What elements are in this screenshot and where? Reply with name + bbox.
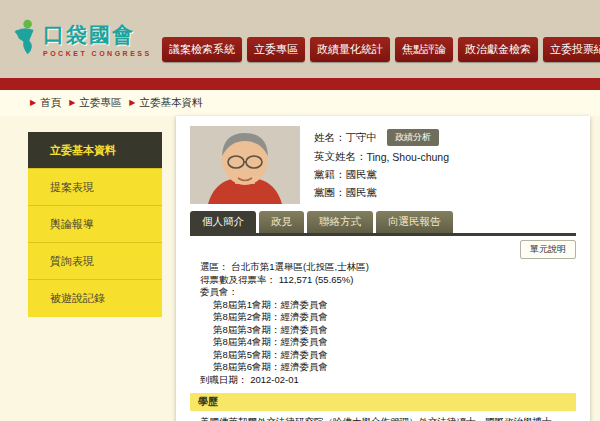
start-date-label: 到職日期：	[200, 374, 248, 385]
legislator-photo	[190, 126, 300, 204]
breadcrumb-legislator-area-label[interactable]: 立委專區	[79, 96, 121, 110]
caucus-label: 黨團：	[314, 186, 346, 200]
logo-subtitle: POCKET CONGRESS	[43, 50, 152, 57]
district-label: 選區：	[200, 261, 229, 272]
help-row: 單元說明	[190, 240, 576, 259]
votes-line: 得票數及得票率： 112,571 (55.65%)	[200, 274, 576, 287]
nav-performance-stats[interactable]: 政績量化統計	[310, 37, 390, 62]
logo-person-icon	[12, 18, 38, 60]
sidebar: 立委基本資料 提案表現 輿論報導 質詢表現 被遊說記錄	[28, 132, 162, 317]
committee-item: 第8屆第6會期：經濟委員會	[213, 361, 576, 374]
sidebar-item-proposals[interactable]: 提案表現	[28, 169, 162, 206]
logo-texts: 口袋國會 POCKET CONGRESS	[43, 21, 152, 57]
logo-title: 口袋國會	[43, 21, 152, 49]
start-date-line: 到職日期： 2012-02-01	[200, 374, 576, 387]
sidebar-item-basic-info[interactable]: 立委基本資料	[28, 132, 162, 169]
tab-contact[interactable]: 聯絡方式	[307, 211, 373, 233]
field-english-name: 英文姓名： Ting, Shou-chung	[314, 150, 449, 164]
english-name-label: 英文姓名：	[314, 150, 367, 164]
committee-item: 第8屆第2會期：經濟委員會	[213, 311, 576, 324]
tab-report-to-voters[interactable]: 向選民報告	[376, 211, 453, 233]
breadcrumb-home-label[interactable]: 首頁	[40, 96, 61, 110]
breadcrumb-arrow-icon: ▶	[30, 99, 36, 107]
nav-voting-records[interactable]: 立委投票紀錄	[543, 37, 600, 62]
committee-item: 第8屆第1會期：經濟委員會	[213, 299, 576, 312]
committee-item: 第8屆第4會期：經濟委員會	[213, 336, 576, 349]
sidebar-item-media-coverage[interactable]: 輿論報導	[28, 206, 162, 243]
breadcrumb-basic-info-label: 立委基本資料	[139, 96, 202, 110]
district-line: 選區： 台北市第1選舉區(北投區,士林區)	[200, 261, 576, 274]
performance-analysis-button[interactable]: 政績分析	[387, 129, 439, 146]
unit-help-button[interactable]: 單元說明	[520, 240, 576, 259]
committee-label-line: 委員會：	[200, 286, 576, 299]
tab-underline	[190, 233, 576, 236]
caucus-value: 國民黨	[346, 186, 378, 200]
breadcrumb-item-basic-info: ▶ 立委基本資料	[129, 96, 202, 110]
breadcrumb-arrow-icon: ▶	[69, 99, 75, 107]
nav-political-donation-search[interactable]: 政治獻金檢索	[458, 37, 538, 62]
profile-fields: 姓名： 丁守中 政績分析 英文姓名： Ting, Shou-chung 黨籍： …	[314, 126, 449, 204]
basic-info-details: 選區： 台北市第1選舉區(北投區,士林區) 得票數及得票率： 112,571 (…	[190, 261, 576, 386]
content-area: 立委基本資料 提案表現 輿論報導 質詢表現 被遊說記錄	[0, 116, 600, 421]
votes-value: 112,571 (55.65%)	[279, 274, 354, 285]
sidebar-item-interpellation[interactable]: 質詢表現	[28, 243, 162, 280]
breadcrumb-arrow-icon: ▶	[129, 99, 135, 107]
header-divider-bar	[0, 78, 600, 90]
section-header-education: 學歷	[190, 393, 576, 411]
committee-item: 第8屆第5會期：經濟委員會	[213, 349, 576, 362]
field-party: 黨籍： 國民黨	[314, 168, 449, 182]
nav-focus-commentary[interactable]: 焦點評論	[395, 37, 453, 62]
education-lines: 美國佛萊契爾外交法律研究院（哈佛大學合作管理）外交法律碩士、國際政治學博士 台大…	[190, 411, 576, 421]
profile-section: 姓名： 丁守中 政績分析 英文姓名： Ting, Shou-chung 黨籍： …	[190, 126, 576, 204]
committee-label: 委員會：	[200, 286, 238, 297]
breadcrumb-item-legislator-area[interactable]: ▶ 立委專區	[69, 96, 121, 110]
party-label: 黨籍：	[314, 168, 346, 182]
votes-label: 得票數及得票率：	[200, 274, 276, 285]
english-name-value: Ting, Shou-chung	[367, 151, 450, 163]
breadcrumb: ▶ 首頁 ▶ 立委專區 ▶ 立委基本資料	[0, 90, 600, 116]
site-logo[interactable]: 口袋國會 POCKET CONGRESS	[12, 18, 162, 60]
name-label: 姓名：	[314, 131, 346, 145]
education-line: 美國佛萊契爾外交法律研究院（哈佛大學合作管理）外交法律碩士、國際政治學博士	[200, 415, 576, 421]
start-date-value: 2012-02-01	[250, 374, 299, 385]
sidebar-item-lobbying-records[interactable]: 被遊說記錄	[28, 280, 162, 317]
party-value: 國民黨	[346, 168, 378, 182]
page: 口袋國會 POCKET CONGRESS 議案檢索系統 立委專區 政績量化統計 …	[0, 0, 600, 421]
main-nav: 議案檢索系統 立委專區 政績量化統計 焦點評論 政治獻金檢索 立委投票紀錄	[162, 37, 600, 62]
nav-legislator-area[interactable]: 立委專區	[247, 37, 305, 62]
field-name: 姓名： 丁守中 政績分析	[314, 129, 449, 146]
nav-bill-search-system[interactable]: 議案檢索系統	[162, 37, 242, 62]
committee-list: 第8屆第1會期：經濟委員會 第8屆第2會期：經濟委員會 第8屆第3會期：經濟委員…	[200, 299, 576, 374]
tab-bar: 個人簡介 政見 聯絡方式 向選民報告	[190, 211, 576, 233]
name-value: 丁守中	[346, 131, 378, 145]
district-value: 台北市第1選舉區(北投區,士林區)	[231, 261, 369, 272]
sidebar-item-label: 提案表現	[50, 180, 94, 195]
sidebar-item-label: 質詢表現	[50, 254, 94, 269]
sidebar-item-label: 輿論報導	[50, 217, 94, 232]
breadcrumb-item-home[interactable]: ▶ 首頁	[30, 96, 61, 110]
main-panel: 姓名： 丁守中 政績分析 英文姓名： Ting, Shou-chung 黨籍： …	[176, 116, 590, 421]
sidebar-item-label: 立委基本資料	[50, 143, 116, 158]
site-header: 口袋國會 POCKET CONGRESS 議案檢索系統 立委專區 政績量化統計 …	[0, 0, 600, 78]
sidebar-item-label: 被遊說記錄	[50, 291, 105, 306]
committee-item: 第8屆第3會期：經濟委員會	[213, 324, 576, 337]
field-caucus: 黨團： 國民黨	[314, 186, 449, 200]
tab-profile[interactable]: 個人簡介	[190, 211, 256, 233]
tab-platform[interactable]: 政見	[259, 211, 304, 233]
